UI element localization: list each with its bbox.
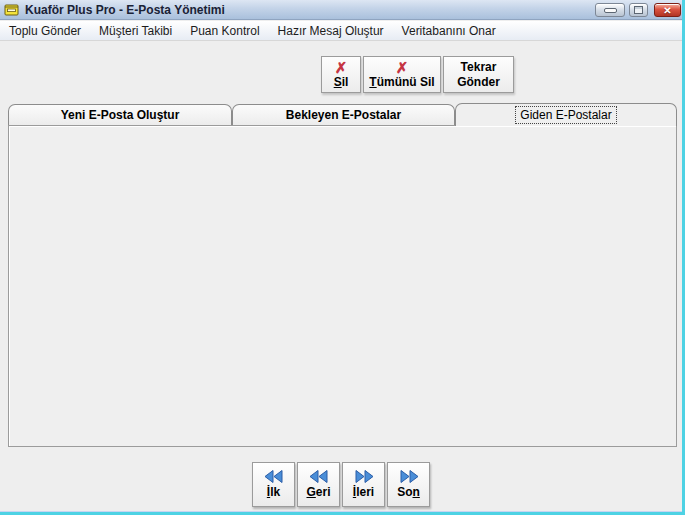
last-button[interactable]: Son xyxy=(387,462,430,507)
delete-all-button-label: Tümünü Sil xyxy=(369,75,434,89)
window-title: Kuaför Plus Pro - E-Posta Yönetimi xyxy=(25,3,225,17)
title-bar: Kuaför Plus Pro - E-Posta Yönetimi ✕ xyxy=(0,0,682,20)
maximize-icon xyxy=(634,6,643,14)
close-button[interactable]: ✕ xyxy=(654,3,681,17)
double-left-arrow-icon xyxy=(308,470,330,483)
menu-bar: Toplu Gönder Müşteri Takibi Puan Kontrol… xyxy=(0,21,682,41)
mail-icon xyxy=(4,3,20,16)
delete-button[interactable]: ✗ Sil xyxy=(321,56,361,93)
tab-label: Bekleyen E-Postalar xyxy=(286,108,401,122)
resend-button-label-line2: Gönder xyxy=(457,75,500,90)
tab-label: Giden E-Postalar xyxy=(516,107,615,123)
forward-button[interactable]: İleri xyxy=(342,462,385,507)
tab-yeni-eposta-olustur[interactable]: Yeni E-Posta Oluştur xyxy=(8,104,232,125)
resend-button-label-line1: Tekrar xyxy=(461,60,497,75)
first-button-label: İlk xyxy=(267,485,280,499)
double-right-arrow-icon xyxy=(398,470,420,483)
maximize-button[interactable] xyxy=(629,3,648,17)
delete-x-icon: ✗ xyxy=(335,61,348,75)
menu-musteri-takibi[interactable]: Müşteri Takibi xyxy=(90,21,181,41)
close-icon: ✕ xyxy=(663,5,671,16)
back-button[interactable]: Geri xyxy=(297,462,340,507)
double-right-arrow-icon xyxy=(353,470,375,483)
menu-toplu-gonder[interactable]: Toplu Gönder xyxy=(0,21,90,41)
delete-all-x-icon: ✗ xyxy=(396,61,409,75)
minimize-icon xyxy=(604,8,617,13)
resend-button[interactable]: Tekrar Gönder xyxy=(443,56,514,93)
delete-all-button[interactable]: ✗ Tümünü Sil xyxy=(363,56,441,93)
last-button-label: Son xyxy=(397,485,420,499)
record-navigation: İlk Geri İleri Son xyxy=(252,462,430,507)
app-window: Kuaför Plus Pro - E-Posta Yönetimi ✕ Top… xyxy=(0,0,685,515)
menu-puan-kontrol[interactable]: Puan Kontrol xyxy=(181,21,268,41)
menu-hazir-mesaj-olustur[interactable]: Hazır Mesaj Oluştur xyxy=(269,21,393,41)
tab-bekleyen-epostalar[interactable]: Bekleyen E-Postalar xyxy=(232,104,455,125)
minimize-button[interactable] xyxy=(595,3,625,17)
forward-button-label: İleri xyxy=(353,485,374,499)
tab-giden-epostalar[interactable]: Giden E-Postalar xyxy=(455,103,677,126)
menu-veritabanini-onar[interactable]: Veritabanını Onar xyxy=(393,21,505,41)
tab-label: Yeni E-Posta Oluştur xyxy=(61,108,180,122)
tab-panel xyxy=(8,125,677,447)
delete-button-label: Sil xyxy=(334,75,349,89)
toolbar: ✗ Sil ✗ Tümünü Sil Tekrar Gönder xyxy=(321,56,514,93)
back-button-label: Geri xyxy=(306,485,330,499)
first-button[interactable]: İlk xyxy=(252,462,295,507)
double-left-arrow-icon xyxy=(263,470,285,483)
